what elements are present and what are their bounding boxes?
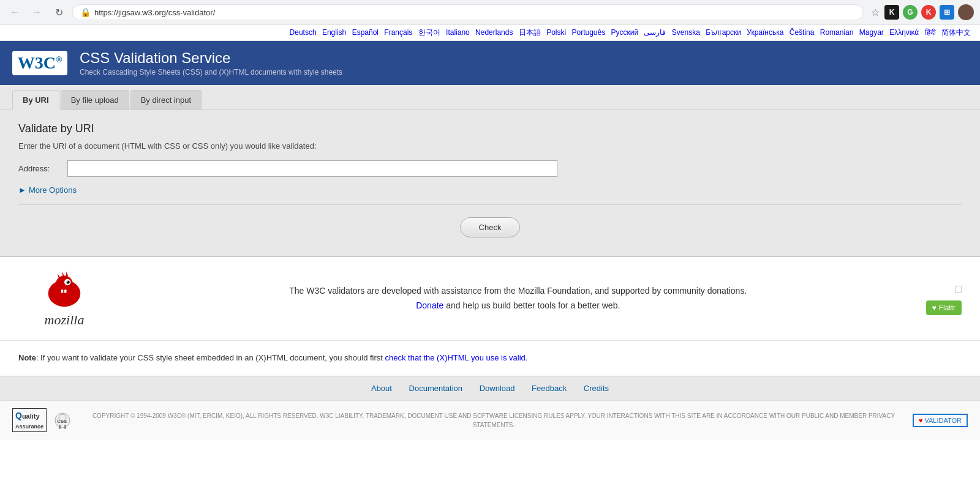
section-description: Enter the URI of a document (HTML with C…: [18, 141, 962, 151]
flattr-button[interactable]: ♥ Flattr: [926, 300, 962, 315]
svg-rect-7: [64, 289, 67, 293]
lang-japanese[interactable]: 日本語: [519, 28, 541, 37]
more-options-toggle[interactable]: ► More Options: [18, 185, 962, 195]
mozilla-text: mozilla: [45, 312, 85, 328]
flattr-heart-icon: ♥: [932, 304, 937, 312]
chevron-right-icon: ►: [18, 185, 26, 195]
address-bar[interactable]: 🔒 https://jigsaw.w3.org/css-validator/: [72, 4, 864, 20]
tab-by-file[interactable]: By file upload: [61, 90, 129, 110]
svg-marker-10: [66, 272, 69, 277]
qa-text: Q: [15, 411, 22, 420]
lang-magyar[interactable]: Magyar: [859, 28, 884, 37]
lang-korean[interactable]: 한국어: [418, 28, 440, 37]
donate-link[interactable]: Donate: [416, 300, 443, 310]
footer-logos: Quality Assurance CSS: [12, 408, 75, 433]
lang-english[interactable]: English: [322, 28, 346, 37]
qa-logo: Quality Assurance: [12, 408, 47, 432]
lang-italiano[interactable]: Italiano: [446, 28, 470, 37]
lang-greek[interactable]: Ελληνικά: [889, 28, 919, 37]
note-section: Note: If you want to validate your CSS s…: [0, 341, 980, 376]
donate-suffix: and help us build better tools for a bet…: [443, 300, 620, 310]
lock-icon: 🔒: [80, 7, 91, 17]
tabs-container: By URI By file upload By direct input: [0, 85, 980, 110]
forward-button[interactable]: →: [28, 4, 45, 21]
lang-romanian[interactable]: Romanian: [820, 28, 854, 37]
back-button[interactable]: ←: [6, 4, 23, 21]
divider: [18, 204, 962, 205]
more-options-label: More Options: [29, 185, 77, 195]
site-header-text: CSS Validation Service Check Cascading S…: [80, 50, 342, 76]
footer-feedback[interactable]: Feedback: [532, 384, 567, 393]
flattr-area: □ ♥ Flattr: [926, 283, 962, 315]
language-bar: Deutsch English Español Français 한국어 Ita…: [0, 25, 980, 41]
browser-extensions: K G K ⊞: [884, 4, 974, 20]
heart-icon: ♥: [919, 417, 923, 424]
external-link-icon[interactable]: □: [955, 283, 962, 296]
svg-point-4: [66, 280, 68, 282]
flattr-label: Flattr: [939, 304, 956, 312]
tab-by-direct[interactable]: By direct input: [130, 90, 202, 110]
check-button[interactable]: Check: [460, 217, 521, 237]
assurance-text: Assurance: [15, 423, 43, 430]
svg-text:CSS: CSS: [57, 419, 67, 424]
lang-russian[interactable]: Русский: [611, 28, 639, 37]
user-avatar[interactable]: [958, 4, 974, 20]
check-btn-row: Check: [18, 217, 962, 237]
note-suffix: .: [526, 353, 528, 362]
address-form-row: Address:: [18, 160, 962, 177]
lang-ukrainian[interactable]: Українська: [747, 28, 783, 37]
lang-hindi[interactable]: हिंदी: [925, 28, 936, 37]
section-title: Validate by URI: [18, 122, 962, 135]
lang-polski[interactable]: Polski: [546, 28, 566, 37]
copyright-text: COPYRIGHT © 1994-2009 W3C® (MIT, ERCIM, …: [92, 412, 895, 428]
tab-by-uri[interactable]: By URI: [12, 90, 59, 110]
site-subtitle: Check Cascading Style Sheets (CSS) and (…: [80, 68, 342, 76]
note-bold: Note: [18, 353, 36, 362]
svg-rect-6: [61, 289, 64, 293]
validator-badge[interactable]: ♥ VALIDATOR: [913, 414, 968, 427]
lang-bulgarian[interactable]: Български: [706, 28, 741, 37]
quality-text: uality: [22, 412, 40, 420]
lang-chinese[interactable]: 简体中文: [941, 28, 971, 37]
site-title: CSS Validation Service: [80, 50, 342, 67]
validator-badge-text: VALIDATOR: [924, 417, 962, 424]
lang-nederlands[interactable]: Nederlands: [475, 28, 513, 37]
sheep-icon: CSS: [50, 408, 75, 433]
w3c-logo: W3C®: [12, 51, 67, 75]
lang-deutsch[interactable]: Deutsch: [290, 28, 317, 37]
address-input[interactable]: [67, 160, 557, 177]
footer-nav: About Documentation Download Feedback Cr…: [0, 376, 980, 400]
lang-francais[interactable]: Français: [384, 28, 412, 37]
footer-bottom: Quality Assurance CSS COPYRIGHT © 1994-2…: [0, 400, 980, 440]
mozilla-logo: mozilla: [18, 269, 110, 328]
bookmark-icon[interactable]: ☆: [871, 7, 880, 18]
ext-k2-icon[interactable]: K: [921, 5, 936, 20]
refresh-button[interactable]: ↻: [50, 4, 67, 21]
w3c-logo-text: W3C®: [18, 54, 62, 72]
lang-cestina[interactable]: Čeština: [790, 28, 815, 37]
footer-credits[interactable]: Credits: [584, 384, 609, 393]
ext-grid-icon[interactable]: ⊞: [940, 5, 954, 20]
sheep-css-logo: CSS: [50, 408, 75, 433]
main-content: Validate by URI Enter the URI of a docum…: [0, 110, 980, 257]
footer-download[interactable]: Download: [480, 384, 515, 393]
mozilla-section: mozilla The W3C validators are developed…: [0, 257, 980, 341]
url-display: https://jigsaw.w3.org/css-validator/: [94, 8, 856, 17]
lang-espanol[interactable]: Español: [352, 28, 379, 37]
xhtml-valid-link[interactable]: check that the (X)HTML you use is valid: [385, 353, 526, 362]
mozilla-desc-text: The W3C validators are developed with as…: [289, 286, 747, 296]
lang-portugues[interactable]: Português: [572, 28, 606, 37]
ext-g-icon[interactable]: G: [903, 5, 918, 20]
lang-svenska[interactable]: Svenska: [672, 28, 700, 37]
site-header: W3C® CSS Validation Service Check Cascad…: [0, 41, 980, 85]
svg-point-5: [70, 285, 72, 287]
footer-about[interactable]: About: [371, 384, 392, 393]
address-label: Address:: [18, 164, 61, 173]
browser-toolbar: ← → ↻ 🔒 https://jigsaw.w3.org/css-valida…: [0, 0, 980, 24]
mozilla-description: The W3C validators are developed with as…: [129, 284, 908, 313]
lang-farsi[interactable]: فارسی: [644, 28, 666, 37]
footer-documentation[interactable]: Documentation: [409, 384, 462, 393]
footer-copyright: COPYRIGHT © 1994-2009 W3C® (MIT, ERCIM, …: [85, 411, 903, 430]
browser-chrome: ← → ↻ 🔒 https://jigsaw.w3.org/css-valida…: [0, 0, 980, 25]
ext-k-icon[interactable]: K: [884, 5, 899, 20]
